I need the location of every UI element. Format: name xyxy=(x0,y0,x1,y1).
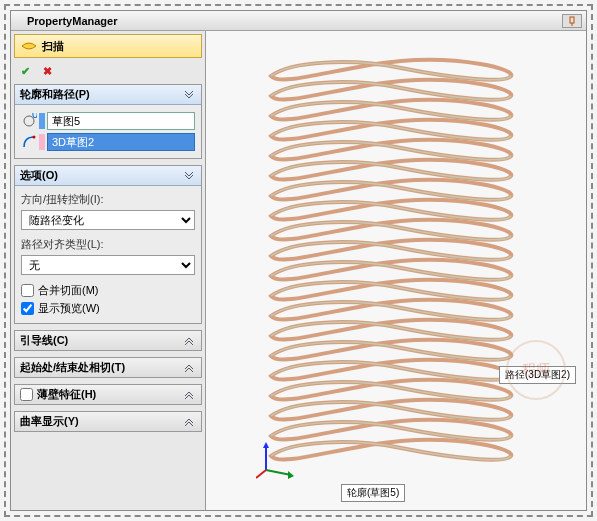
svg-point-4 xyxy=(33,136,36,139)
section-title: 曲率显示(Y) xyxy=(20,414,182,429)
section-title: 引导线(C) xyxy=(20,333,182,348)
triad-icon xyxy=(256,440,296,480)
align-label: 路径对齐类型(L): xyxy=(21,237,195,252)
sweep-icon xyxy=(20,38,38,54)
ok-icon[interactable]: ✔ xyxy=(17,63,33,79)
path-icon xyxy=(21,133,37,151)
property-panel: 扫描 ✔ ✖ 轮廓和路径(P) 0 xyxy=(11,31,206,510)
viewport[interactable]: 路径(3D草图2) 轮廓(草图5) 程师 xyxy=(206,31,586,510)
twist-select[interactable]: 随路径变化 xyxy=(21,210,195,230)
svg-line-9 xyxy=(256,470,266,478)
svg-line-7 xyxy=(266,470,291,475)
section-header-options[interactable]: 选项(O) xyxy=(15,166,201,186)
section-options: 选项(O) 方向/扭转控制(I): 随路径变化 路径对齐类型(L): 无 合并切… xyxy=(14,165,202,324)
preview-checkbox[interactable] xyxy=(21,302,34,315)
preview-row: 显示预览(W) xyxy=(21,301,195,316)
thin-checkbox[interactable] xyxy=(20,388,33,401)
property-manager-header: PropertyManager xyxy=(11,11,586,31)
profile-icon: 0 xyxy=(21,112,37,130)
align-select[interactable]: 无 xyxy=(21,255,195,275)
merge-row: 合并切面(M) xyxy=(21,283,195,298)
cancel-icon[interactable]: ✖ xyxy=(39,63,55,79)
svg-rect-0 xyxy=(570,17,574,23)
section-title: 薄壁特征(H) xyxy=(37,387,182,402)
profile-callout: 轮廓(草图5) xyxy=(341,484,405,502)
section-title: 轮廓和路径(P) xyxy=(20,87,182,102)
section-thin[interactable]: 薄壁特征(H) xyxy=(14,384,202,405)
path-callout: 路径(3D草图2) xyxy=(499,366,576,384)
section-curvature[interactable]: 曲率显示(Y) xyxy=(14,411,202,432)
path-swatch xyxy=(39,134,45,150)
section-title: 起始处/结束处相切(T) xyxy=(20,360,182,375)
path-row xyxy=(21,133,195,151)
path-input[interactable] xyxy=(47,133,195,151)
svg-marker-6 xyxy=(263,442,269,448)
spring-preview-icon xyxy=(251,51,531,481)
section-guides[interactable]: 引导线(C) xyxy=(14,330,202,351)
section-title: 选项(O) xyxy=(20,168,182,183)
chevron-down-icon xyxy=(182,388,196,402)
svg-marker-8 xyxy=(288,471,294,479)
preview-label: 显示预览(W) xyxy=(38,301,100,316)
pin-icon[interactable] xyxy=(562,14,582,28)
confirm-bar: ✔ ✖ xyxy=(11,61,205,81)
profile-input[interactable] xyxy=(47,112,195,130)
section-profile-path: 轮廓和路径(P) 0 xyxy=(14,84,202,159)
chevron-up-icon xyxy=(182,88,196,102)
section-header-profile-path[interactable]: 轮廓和路径(P) xyxy=(15,85,201,105)
svg-text:0: 0 xyxy=(32,113,37,120)
pm-title: PropertyManager xyxy=(15,15,562,27)
merge-checkbox[interactable] xyxy=(21,284,34,297)
chevron-up-icon xyxy=(182,169,196,183)
section-tangency[interactable]: 起始处/结束处相切(T) xyxy=(14,357,202,378)
command-label: 扫描 xyxy=(42,39,64,54)
chevron-down-icon xyxy=(182,415,196,429)
app-window: PropertyManager 扫描 ✔ ✖ 轮廓和路径(P) xyxy=(10,10,587,511)
command-box: 扫描 xyxy=(14,34,202,58)
chevron-down-icon xyxy=(182,334,196,348)
chevron-down-icon xyxy=(182,361,196,375)
twist-label: 方向/扭转控制(I): xyxy=(21,192,195,207)
profile-swatch xyxy=(39,113,45,129)
merge-label: 合并切面(M) xyxy=(38,283,99,298)
profile-row: 0 xyxy=(21,112,195,130)
